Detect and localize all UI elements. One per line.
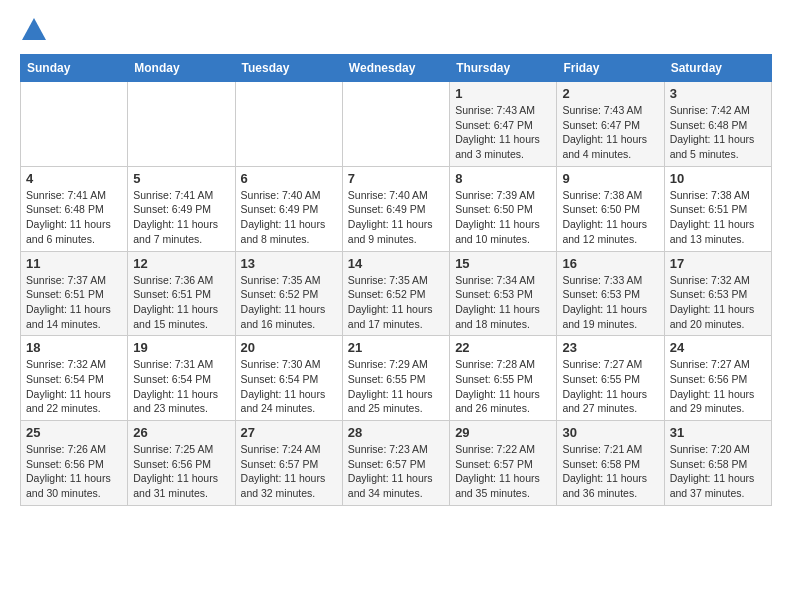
header-monday: Monday xyxy=(128,55,235,82)
day-number: 26 xyxy=(133,425,229,440)
calendar-week-4: 18Sunrise: 7:32 AM Sunset: 6:54 PM Dayli… xyxy=(21,336,772,421)
calendar-cell: 1Sunrise: 7:43 AM Sunset: 6:47 PM Daylig… xyxy=(450,82,557,167)
calendar-cell: 22Sunrise: 7:28 AM Sunset: 6:55 PM Dayli… xyxy=(450,336,557,421)
day-info: Sunrise: 7:20 AM Sunset: 6:58 PM Dayligh… xyxy=(670,442,766,501)
day-number: 10 xyxy=(670,171,766,186)
day-number: 29 xyxy=(455,425,551,440)
day-number: 18 xyxy=(26,340,122,355)
calendar-cell: 8Sunrise: 7:39 AM Sunset: 6:50 PM Daylig… xyxy=(450,166,557,251)
calendar-cell: 30Sunrise: 7:21 AM Sunset: 6:58 PM Dayli… xyxy=(557,421,664,506)
calendar-cell: 24Sunrise: 7:27 AM Sunset: 6:56 PM Dayli… xyxy=(664,336,771,421)
calendar-cell: 21Sunrise: 7:29 AM Sunset: 6:55 PM Dayli… xyxy=(342,336,449,421)
day-number: 1 xyxy=(455,86,551,101)
day-number: 24 xyxy=(670,340,766,355)
calendar-cell: 14Sunrise: 7:35 AM Sunset: 6:52 PM Dayli… xyxy=(342,251,449,336)
calendar-cell: 25Sunrise: 7:26 AM Sunset: 6:56 PM Dayli… xyxy=(21,421,128,506)
day-number: 13 xyxy=(241,256,337,271)
calendar-week-1: 1Sunrise: 7:43 AM Sunset: 6:47 PM Daylig… xyxy=(21,82,772,167)
day-info: Sunrise: 7:34 AM Sunset: 6:53 PM Dayligh… xyxy=(455,273,551,332)
day-info: Sunrise: 7:36 AM Sunset: 6:51 PM Dayligh… xyxy=(133,273,229,332)
calendar-cell: 17Sunrise: 7:32 AM Sunset: 6:53 PM Dayli… xyxy=(664,251,771,336)
day-info: Sunrise: 7:35 AM Sunset: 6:52 PM Dayligh… xyxy=(348,273,444,332)
day-info: Sunrise: 7:28 AM Sunset: 6:55 PM Dayligh… xyxy=(455,357,551,416)
day-info: Sunrise: 7:35 AM Sunset: 6:52 PM Dayligh… xyxy=(241,273,337,332)
day-number: 30 xyxy=(562,425,658,440)
calendar-cell: 26Sunrise: 7:25 AM Sunset: 6:56 PM Dayli… xyxy=(128,421,235,506)
svg-marker-0 xyxy=(22,18,46,40)
day-number: 5 xyxy=(133,171,229,186)
calendar-cell: 2Sunrise: 7:43 AM Sunset: 6:47 PM Daylig… xyxy=(557,82,664,167)
day-info: Sunrise: 7:32 AM Sunset: 6:53 PM Dayligh… xyxy=(670,273,766,332)
day-info: Sunrise: 7:38 AM Sunset: 6:51 PM Dayligh… xyxy=(670,188,766,247)
day-number: 3 xyxy=(670,86,766,101)
day-number: 15 xyxy=(455,256,551,271)
day-number: 8 xyxy=(455,171,551,186)
calendar-cell xyxy=(235,82,342,167)
calendar-cell: 27Sunrise: 7:24 AM Sunset: 6:57 PM Dayli… xyxy=(235,421,342,506)
day-number: 12 xyxy=(133,256,229,271)
day-number: 21 xyxy=(348,340,444,355)
day-number: 28 xyxy=(348,425,444,440)
calendar-cell: 28Sunrise: 7:23 AM Sunset: 6:57 PM Dayli… xyxy=(342,421,449,506)
day-info: Sunrise: 7:21 AM Sunset: 6:58 PM Dayligh… xyxy=(562,442,658,501)
calendar-cell: 31Sunrise: 7:20 AM Sunset: 6:58 PM Dayli… xyxy=(664,421,771,506)
day-info: Sunrise: 7:27 AM Sunset: 6:56 PM Dayligh… xyxy=(670,357,766,416)
day-number: 9 xyxy=(562,171,658,186)
calendar-cell xyxy=(342,82,449,167)
header-friday: Friday xyxy=(557,55,664,82)
day-number: 6 xyxy=(241,171,337,186)
day-number: 4 xyxy=(26,171,122,186)
day-number: 23 xyxy=(562,340,658,355)
logo-icon xyxy=(20,16,48,44)
calendar-cell: 3Sunrise: 7:42 AM Sunset: 6:48 PM Daylig… xyxy=(664,82,771,167)
calendar-cell: 6Sunrise: 7:40 AM Sunset: 6:49 PM Daylig… xyxy=(235,166,342,251)
day-number: 22 xyxy=(455,340,551,355)
header-saturday: Saturday xyxy=(664,55,771,82)
day-number: 25 xyxy=(26,425,122,440)
day-number: 2 xyxy=(562,86,658,101)
calendar-week-3: 11Sunrise: 7:37 AM Sunset: 6:51 PM Dayli… xyxy=(21,251,772,336)
day-info: Sunrise: 7:33 AM Sunset: 6:53 PM Dayligh… xyxy=(562,273,658,332)
day-info: Sunrise: 7:41 AM Sunset: 6:49 PM Dayligh… xyxy=(133,188,229,247)
calendar-table: SundayMondayTuesdayWednesdayThursdayFrid… xyxy=(20,54,772,506)
day-info: Sunrise: 7:31 AM Sunset: 6:54 PM Dayligh… xyxy=(133,357,229,416)
day-info: Sunrise: 7:29 AM Sunset: 6:55 PM Dayligh… xyxy=(348,357,444,416)
calendar-cell xyxy=(128,82,235,167)
day-info: Sunrise: 7:39 AM Sunset: 6:50 PM Dayligh… xyxy=(455,188,551,247)
calendar-header-row: SundayMondayTuesdayWednesdayThursdayFrid… xyxy=(21,55,772,82)
calendar-cell: 29Sunrise: 7:22 AM Sunset: 6:57 PM Dayli… xyxy=(450,421,557,506)
calendar-cell: 7Sunrise: 7:40 AM Sunset: 6:49 PM Daylig… xyxy=(342,166,449,251)
day-info: Sunrise: 7:42 AM Sunset: 6:48 PM Dayligh… xyxy=(670,103,766,162)
calendar-cell: 13Sunrise: 7:35 AM Sunset: 6:52 PM Dayli… xyxy=(235,251,342,336)
header-tuesday: Tuesday xyxy=(235,55,342,82)
calendar-cell: 4Sunrise: 7:41 AM Sunset: 6:48 PM Daylig… xyxy=(21,166,128,251)
day-number: 20 xyxy=(241,340,337,355)
calendar-cell: 18Sunrise: 7:32 AM Sunset: 6:54 PM Dayli… xyxy=(21,336,128,421)
day-number: 11 xyxy=(26,256,122,271)
day-info: Sunrise: 7:40 AM Sunset: 6:49 PM Dayligh… xyxy=(241,188,337,247)
calendar-cell: 16Sunrise: 7:33 AM Sunset: 6:53 PM Dayli… xyxy=(557,251,664,336)
day-number: 16 xyxy=(562,256,658,271)
day-info: Sunrise: 7:24 AM Sunset: 6:57 PM Dayligh… xyxy=(241,442,337,501)
calendar-week-2: 4Sunrise: 7:41 AM Sunset: 6:48 PM Daylig… xyxy=(21,166,772,251)
calendar-cell: 5Sunrise: 7:41 AM Sunset: 6:49 PM Daylig… xyxy=(128,166,235,251)
day-info: Sunrise: 7:25 AM Sunset: 6:56 PM Dayligh… xyxy=(133,442,229,501)
calendar-cell: 12Sunrise: 7:36 AM Sunset: 6:51 PM Dayli… xyxy=(128,251,235,336)
logo xyxy=(20,20,52,44)
day-info: Sunrise: 7:43 AM Sunset: 6:47 PM Dayligh… xyxy=(562,103,658,162)
day-info: Sunrise: 7:22 AM Sunset: 6:57 PM Dayligh… xyxy=(455,442,551,501)
day-number: 17 xyxy=(670,256,766,271)
day-number: 7 xyxy=(348,171,444,186)
day-info: Sunrise: 7:41 AM Sunset: 6:48 PM Dayligh… xyxy=(26,188,122,247)
calendar-cell: 9Sunrise: 7:38 AM Sunset: 6:50 PM Daylig… xyxy=(557,166,664,251)
page-header xyxy=(20,20,772,44)
day-info: Sunrise: 7:32 AM Sunset: 6:54 PM Dayligh… xyxy=(26,357,122,416)
day-info: Sunrise: 7:37 AM Sunset: 6:51 PM Dayligh… xyxy=(26,273,122,332)
day-number: 31 xyxy=(670,425,766,440)
day-info: Sunrise: 7:40 AM Sunset: 6:49 PM Dayligh… xyxy=(348,188,444,247)
calendar-week-5: 25Sunrise: 7:26 AM Sunset: 6:56 PM Dayli… xyxy=(21,421,772,506)
day-number: 14 xyxy=(348,256,444,271)
calendar-cell: 20Sunrise: 7:30 AM Sunset: 6:54 PM Dayli… xyxy=(235,336,342,421)
day-info: Sunrise: 7:26 AM Sunset: 6:56 PM Dayligh… xyxy=(26,442,122,501)
header-thursday: Thursday xyxy=(450,55,557,82)
